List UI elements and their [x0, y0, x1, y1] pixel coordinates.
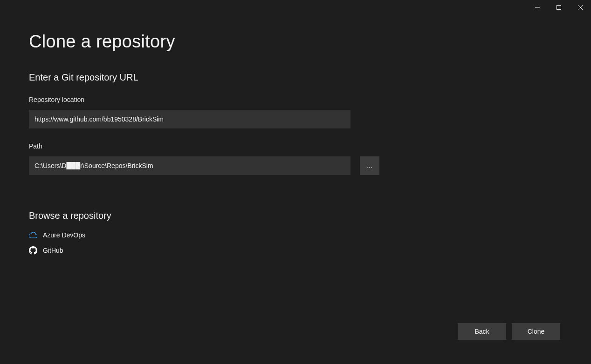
maximize-button[interactable]: [548, 0, 570, 15]
github-label: GitHub: [43, 247, 63, 254]
svg-rect-1: [557, 6, 561, 10]
clone-repository-dialog: Clone a repository Enter a Git repositor…: [0, 0, 591, 364]
azure-devops-label: Azure DevOps: [43, 231, 85, 239]
browse-heading: Browse a repository: [29, 210, 562, 221]
repo-location-input[interactable]: [29, 110, 350, 128]
clone-button[interactable]: Clone: [512, 323, 560, 340]
page-title: Clone a repository: [29, 32, 562, 52]
close-button[interactable]: [570, 0, 591, 15]
close-icon: [578, 5, 583, 10]
path-input[interactable]: [29, 156, 350, 175]
titlebar: [0, 0, 591, 15]
dialog-content: Clone a repository Enter a Git repositor…: [0, 15, 591, 364]
maximize-icon: [557, 5, 561, 10]
github-link[interactable]: GitHub: [29, 243, 562, 258]
path-label: Path: [29, 142, 562, 150]
dialog-footer: Back Clone: [458, 323, 560, 340]
browse-path-button[interactable]: ...: [360, 156, 379, 175]
back-button[interactable]: Back: [458, 323, 506, 340]
browse-repository-section: Browse a repository Azure DevOps GitHub: [29, 210, 562, 258]
repo-location-label: Repository location: [29, 96, 562, 103]
github-icon: [29, 246, 37, 255]
minimize-button[interactable]: [527, 0, 548, 15]
repo-location-field: Repository location: [29, 96, 562, 128]
git-section-heading: Enter a Git repository URL: [29, 72, 562, 83]
path-field: Path ...: [29, 142, 562, 175]
cloud-icon: [29, 232, 37, 238]
azure-devops-link[interactable]: Azure DevOps: [29, 228, 562, 243]
minimize-icon: [535, 5, 540, 10]
